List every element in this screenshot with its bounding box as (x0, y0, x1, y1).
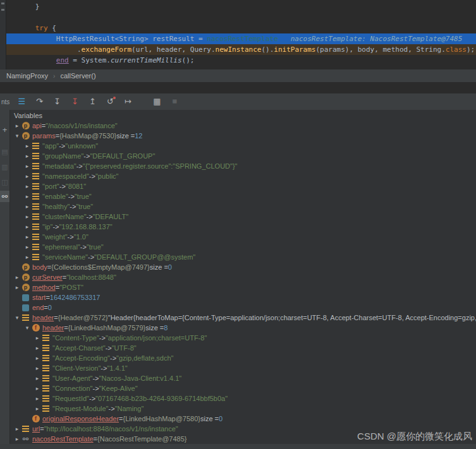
chevron-right-icon[interactable]: ▸ (33, 373, 42, 383)
parameter-icon: p (21, 122, 30, 129)
options-menu-icon[interactable]: ≡ (168, 96, 181, 107)
variable-row[interactable]: ▾pparams = {HashMap@7530} size = 12 (10, 131, 476, 141)
variable-row[interactable]: ▸"Content-Type" -> "application/json;cha… (10, 333, 476, 343)
code-token: try (35, 24, 48, 32)
chevron-right-icon[interactable]: ▸ (13, 272, 21, 282)
variable-row[interactable]: end = 0 (10, 302, 476, 313)
chevron-right-icon[interactable]: ▸ (13, 424, 21, 434)
step-out-icon[interactable]: ↥ (85, 96, 99, 107)
variable-row[interactable]: ▸"RequestId" -> "07167468-b23b-4264-9369… (10, 393, 476, 404)
chevron-right-icon[interactable]: ▸ (23, 161, 32, 171)
chevron-right-icon[interactable]: ▸ (33, 363, 42, 373)
chevron-right-icon[interactable]: ▸ (23, 252, 32, 262)
chevron-right-icon[interactable]: ▸ (33, 383, 42, 393)
map-entry-icon (21, 425, 30, 433)
chevron-right-icon[interactable]: ▸ (23, 212, 32, 222)
variable-row[interactable]: ▸"clusterName" -> "DEFAULT" (10, 212, 476, 222)
value-text: size = (150, 262, 168, 272)
chevron-right-icon[interactable]: ▸ (23, 242, 32, 252)
primitive-icon (21, 294, 30, 301)
variable-row[interactable]: ▸"serviceName" -> "DEFAULT_GROUP@@system… (10, 252, 476, 262)
variable-row[interactable]: ▸"metadata" -> "{"preserved.register.sou… (10, 161, 476, 171)
map-entry-icon (32, 162, 40, 170)
chevron-right-icon[interactable]: ▸ (23, 171, 32, 181)
variable-row[interactable]: pbody = {Collections$EmptyMap@7497} size… (10, 262, 476, 272)
run-to-cursor-icon[interactable]: ↦ (121, 96, 135, 107)
map-entry-icon (32, 213, 40, 220)
value-text: -> (59, 181, 66, 191)
variables-tree[interactable]: ▸papi = "/nacos/v1/ns/instance"▾pparams … (10, 121, 476, 449)
variable-row[interactable]: ▸pmethod = "POST" (10, 282, 476, 292)
chevron-right-icon[interactable]: ▸ (33, 333, 42, 343)
panel-option-1-icon[interactable]: ▤ (0, 147, 9, 157)
red-dot-badge (113, 97, 116, 99)
add-watch-icon[interactable]: + (0, 125, 9, 135)
code-token: exchangeForm (82, 45, 131, 54)
chevron-right-icon[interactable]: ▸ (13, 121, 21, 131)
show-execution-point-icon[interactable]: ☰ (15, 96, 28, 107)
variable-row[interactable]: ▸"Request-Module" -> "Naming" (10, 404, 476, 414)
chevron-right-icon[interactable]: ▸ (23, 232, 32, 242)
variable-row[interactable]: ▸"port" -> "8081" (10, 181, 476, 191)
chevron-right-icon[interactable]: ▸ (23, 201, 32, 212)
variable-row[interactable]: ▸"enable" -> "true" (10, 191, 476, 201)
breadcrumb-method[interactable]: callServer() (60, 72, 95, 80)
number-value: 1642486753317 (50, 292, 101, 302)
chevron-right-icon[interactable]: ▸ (33, 404, 42, 414)
string-value: "DEFAULT_GROUP@@system" (94, 252, 195, 262)
variable-row[interactable]: ▾header = {Header@7572} "Header{headerTo… (10, 313, 476, 323)
variable-row[interactable]: ▸"ip" -> "192.168.88.137" (10, 222, 476, 232)
execution-point-line[interactable]: HttpRestResult<String> restResult = naco… (0, 33, 476, 44)
force-step-into-icon[interactable]: ↧ (68, 96, 82, 107)
step-into-icon[interactable]: ↧ (50, 96, 64, 107)
variable-row[interactable]: ▾fheader = {LinkedHashMap@7579} size = 8 (10, 323, 476, 333)
variable-row[interactable]: ▸"groupName" -> "DEFAULT_GROUP" (10, 151, 476, 161)
step-over-icon[interactable]: ↷ (32, 96, 46, 107)
variable-row[interactable]: ▸"ephemeral" -> "true" (10, 242, 476, 252)
code-editor[interactable]: } try { HttpRestResult<String> restResul… (0, 0, 476, 69)
variable-row[interactable]: ▸"Accept-Encoding" -> "gzip,deflate,sdch… (10, 353, 476, 363)
chevron-right-icon[interactable]: ▸ (23, 151, 32, 161)
code-line[interactable]: try { (0, 23, 476, 33)
chevron-right-icon[interactable]: ▸ (33, 353, 42, 363)
chevron-right-icon[interactable]: ▸ (23, 141, 32, 151)
reset-frame-icon[interactable]: ↺ (103, 96, 117, 107)
chevron-down-icon[interactable]: ▾ (13, 131, 21, 141)
chevron-right-icon[interactable]: ▸ (33, 343, 42, 353)
code-line[interactable]: end = System.currentTimeMillis(); (0, 55, 476, 66)
chevron-right-icon[interactable]: ▸ (33, 393, 42, 404)
variables-side-toolbar: +▤▥◫oo (0, 110, 10, 449)
variable-row[interactable]: ▸"weight" -> "1.0" (10, 232, 476, 242)
chevron-right-icon[interactable]: ▸ (13, 282, 21, 292)
chevron-right-icon[interactable]: ▸ (23, 222, 32, 232)
variable-row[interactable]: ▸"app" -> "unknown" (10, 141, 476, 151)
code-token: initParams (274, 45, 315, 54)
map-entry-icon (42, 395, 50, 402)
variable-row[interactable]: ▸"Accept-Charset" -> "UTF-8" (10, 343, 476, 353)
panel-option-2-icon[interactable]: ▥ (0, 162, 9, 172)
code-line[interactable]: } (0, 1, 476, 12)
string-value: "07167468-b23b-4264-9369-6714bbf5b0a" (95, 393, 228, 404)
chevron-right-icon[interactable]: ▸ (23, 191, 32, 201)
show-watches-icon[interactable]: oo (0, 191, 9, 202)
chevron-down-icon[interactable]: ▾ (23, 323, 32, 333)
variable-row[interactable]: start = 1642486753317 (10, 292, 476, 302)
string-value: "Nacos-Java-Client:v1.4.1" (99, 373, 182, 383)
breadcrumb-class[interactable]: NamingProxy (6, 72, 48, 80)
map-key: "app" (42, 141, 59, 151)
variable-row[interactable]: ▸"User-Agent" -> "Nacos-Java-Client:v1.4… (10, 373, 476, 383)
evaluate-expression-icon[interactable]: ▦ (150, 96, 164, 107)
panel-option-3-icon[interactable]: ◫ (0, 177, 9, 187)
code-line[interactable] (0, 12, 476, 23)
chevron-right-icon[interactable]: ▸ (13, 434, 21, 444)
variable-row[interactable]: ▸pcurServer = "localhost:8848" (10, 272, 476, 282)
variable-row[interactable]: ▸"Connection" -> "Keep-Alive" (10, 383, 476, 393)
variable-row[interactable]: ▸"namespaceId" -> "public" (10, 171, 476, 181)
variable-row[interactable]: foriginalResponseHeader = {LinkedHashMap… (10, 414, 476, 424)
variable-row[interactable]: ▸"Client-Version" -> "1.4.1" (10, 363, 476, 373)
chevron-right-icon[interactable]: ▸ (23, 181, 32, 191)
variable-row[interactable]: ▸papi = "/nacos/v1/ns/instance" (10, 121, 476, 131)
variable-row[interactable]: ▸"healthy" -> "true" (10, 201, 476, 212)
code-line[interactable]: .exchangeForm(url, header, Query.newInst… (0, 44, 476, 55)
chevron-down-icon[interactable]: ▾ (13, 313, 21, 323)
